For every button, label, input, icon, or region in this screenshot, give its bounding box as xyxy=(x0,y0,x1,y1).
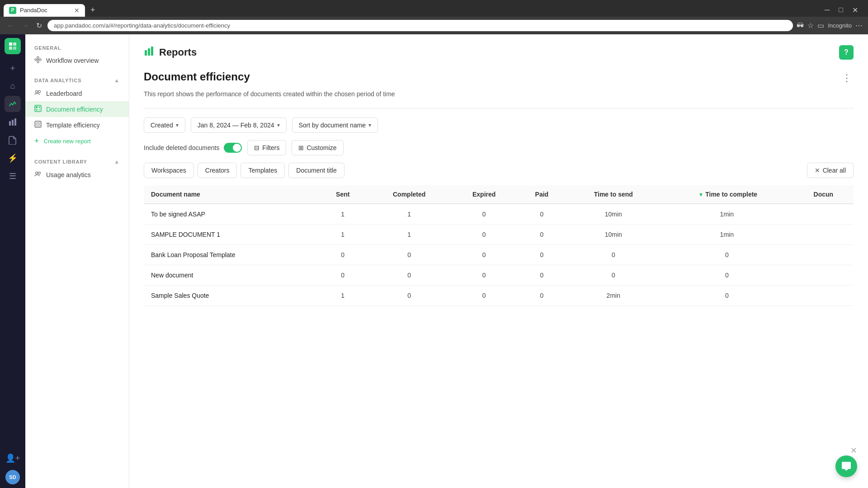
chevron-down-icon-3: ▾ xyxy=(368,122,371,128)
sidebar-item-leaderboard[interactable]: Leaderboard xyxy=(25,85,129,101)
forward-button[interactable]: → xyxy=(20,20,31,32)
new-tab-button[interactable]: + xyxy=(87,4,99,17)
chat-close-button[interactable]: ✕ xyxy=(850,446,857,455)
cell-expired: 0 xyxy=(451,204,517,225)
section-divider xyxy=(144,108,854,108)
sidebar-item-workflow-overview[interactable]: Workflow overview xyxy=(25,52,129,68)
table-row[interactable]: SAMPLE DOCUMENT 1 1 1 0 0 10min 1min xyxy=(144,225,854,245)
sidebar-item-label: Leaderboard xyxy=(46,90,82,97)
close-window-button[interactable]: ✕ xyxy=(849,5,861,15)
user-avatar[interactable]: SD xyxy=(5,470,20,484)
document-title-filter-tag[interactable]: Document title xyxy=(288,163,344,178)
svg-rect-6 xyxy=(14,118,16,126)
active-tab[interactable]: P PandaDoc ✕ xyxy=(4,4,85,17)
svg-point-26 xyxy=(38,172,41,174)
nav-lightning-icon[interactable]: ⚡ xyxy=(5,150,21,166)
col-time-to-complete[interactable]: ▼ Time to complete xyxy=(660,185,793,204)
help-button[interactable]: ? xyxy=(839,45,854,60)
icon-sidebar: ＋ ⌂ ⚡ ☰ 👤+ SD xyxy=(0,34,25,488)
filter-bar-2: Include deleted documents ⊟ Filters ⊞ Cu… xyxy=(144,140,854,155)
nav-activity-icon[interactable] xyxy=(5,96,21,112)
created-label: Created xyxy=(151,122,173,129)
svg-rect-1 xyxy=(13,42,16,46)
table-row[interactable]: Bank Loan Proposal Template 0 0 0 0 0 0 xyxy=(144,245,854,265)
address-bar[interactable]: app.pandadoc.com/a/#/reporting/data-anal… xyxy=(47,20,793,31)
sidebar-toggle-icon[interactable]: ▭ xyxy=(817,21,824,30)
customize-button[interactable]: ⊞ Customize xyxy=(292,140,343,155)
sidebar-item-create-new-report[interactable]: + Create new report xyxy=(25,133,129,150)
svg-point-7 xyxy=(35,59,37,61)
include-deleted-section: Include deleted documents xyxy=(144,143,242,153)
template-efficiency-icon xyxy=(34,121,42,129)
svg-rect-4 xyxy=(9,121,11,126)
table-row[interactable]: To be signed ASAP 1 1 0 0 10min 1min xyxy=(144,204,854,225)
browser-toolbar: ← → ↻ app.pandadoc.com/a/#/reporting/dat… xyxy=(0,17,868,34)
cell-time-to-send: 0 xyxy=(566,265,660,286)
workspaces-filter-tag[interactable]: Workspaces xyxy=(144,163,194,178)
chat-widget-button[interactable] xyxy=(835,455,857,477)
cell-time-to-send: 2min xyxy=(566,286,660,306)
col-sent[interactable]: Sent xyxy=(318,185,368,204)
maximize-button[interactable]: □ xyxy=(836,5,846,15)
creators-filter-tag[interactable]: Creators xyxy=(198,163,237,178)
toolbar-icons: 🕶 ☆ ▭ Incognito ⋯ xyxy=(797,21,863,30)
app-container: ＋ ⌂ ⚡ ☰ 👤+ SD GENERAL xyxy=(0,34,868,488)
table-row[interactable]: Sample Sales Quote 1 0 0 0 2min 0 xyxy=(144,286,854,306)
clear-all-button[interactable]: ✕ Clear all xyxy=(807,163,854,178)
nav-home-icon[interactable]: ⌂ xyxy=(5,78,21,94)
collapse-icon-2[interactable]: ▲ xyxy=(114,159,120,165)
reload-button[interactable]: ↻ xyxy=(34,19,44,32)
col-completed[interactable]: Completed xyxy=(368,185,451,204)
chevron-down-icon: ▾ xyxy=(176,122,179,128)
cell-time-to-complete: 0 xyxy=(660,265,793,286)
cell-sent: 0 xyxy=(318,245,368,265)
url-text: app.pandadoc.com/a/#/reporting/data-anal… xyxy=(54,22,230,29)
main-sidebar: GENERAL Workflow overview DATA ANALYTICS… xyxy=(25,34,129,488)
nav-list-icon[interactable]: ☰ xyxy=(5,168,21,184)
col-document-name[interactable]: Document name xyxy=(144,185,318,204)
table-row[interactable]: New document 0 0 0 0 0 0 xyxy=(144,265,854,286)
svg-rect-18 xyxy=(36,109,38,111)
col-expired[interactable]: Expired xyxy=(451,185,517,204)
bookmark-icon[interactable]: ☆ xyxy=(807,21,814,30)
col-time-to-send[interactable]: Time to send xyxy=(566,185,660,204)
reports-bar-chart-icon xyxy=(144,46,155,59)
svg-rect-16 xyxy=(36,106,38,108)
minimize-button[interactable]: ─ xyxy=(822,5,832,15)
date-range-label: Jan 8, 2024 — Feb 8, 2024 xyxy=(198,122,274,129)
created-filter-button[interactable]: Created ▾ xyxy=(144,117,185,133)
svg-point-25 xyxy=(36,172,38,174)
date-range-button[interactable]: Jan 8, 2024 — Feb 8, 2024 ▾ xyxy=(191,117,287,133)
nav-add-icon[interactable]: ＋ xyxy=(5,60,21,76)
sidebar-item-template-efficiency[interactable]: Template efficiency xyxy=(25,117,129,133)
nav-document-icon[interactable] xyxy=(5,132,21,148)
extensions-icon[interactable]: ⋯ xyxy=(855,21,863,30)
sidebar-item-usage-analytics[interactable]: Usage analytics xyxy=(25,167,129,183)
svg-rect-0 xyxy=(9,42,12,46)
templates-filter-tag[interactable]: Templates xyxy=(241,163,285,178)
customize-label: Customize xyxy=(307,144,336,151)
collapse-icon[interactable]: ▲ xyxy=(114,77,120,84)
include-deleted-label: Include deleted documents xyxy=(144,144,219,151)
report-menu-button[interactable]: ⋮ xyxy=(840,70,854,86)
cell-completed: 1 xyxy=(368,204,451,225)
col-paid[interactable]: Paid xyxy=(517,185,566,204)
sidebar-item-document-efficiency[interactable]: Document efficiency xyxy=(25,101,129,117)
sort-button[interactable]: Sort by document name ▾ xyxy=(292,117,378,133)
cell-paid: 0 xyxy=(517,225,566,245)
svg-rect-17 xyxy=(38,106,40,108)
nav-reports-icon[interactable] xyxy=(5,114,21,130)
data-analytics-section-label: DATA ANALYTICS ▲ xyxy=(25,74,129,85)
cell-doc-name: Sample Sales Quote xyxy=(144,286,318,306)
sidebar-item-label: Usage analytics xyxy=(46,171,91,178)
col-docun[interactable]: Docun xyxy=(793,185,854,204)
back-button[interactable]: ← xyxy=(5,20,16,32)
svg-rect-5 xyxy=(12,120,14,126)
include-deleted-toggle[interactable] xyxy=(224,143,242,153)
tab-close-button[interactable]: ✕ xyxy=(74,7,80,14)
filters-button[interactable]: ⊟ Filters xyxy=(247,140,286,155)
general-section-label: GENERAL xyxy=(25,42,129,52)
nav-add-user-icon[interactable]: 👤+ xyxy=(5,450,21,466)
cell-expired: 0 xyxy=(451,225,517,245)
cell-time-to-complete: 0 xyxy=(660,245,793,265)
